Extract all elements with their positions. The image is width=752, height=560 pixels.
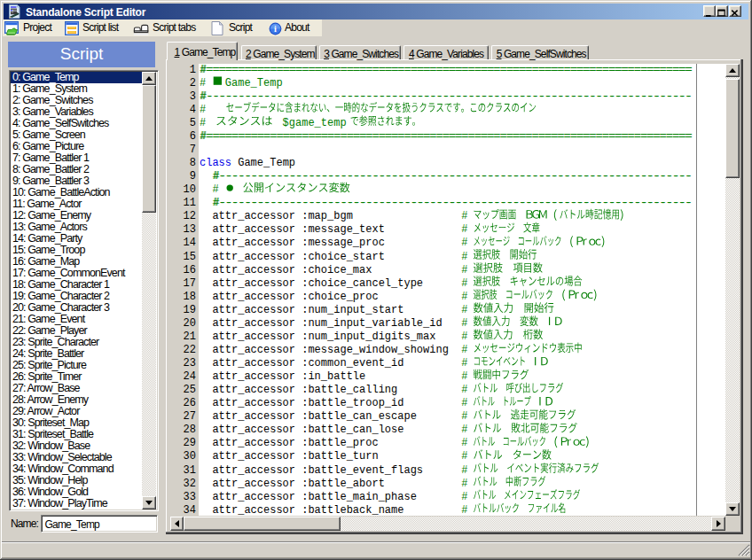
svg-text:i: i bbox=[274, 24, 277, 34]
